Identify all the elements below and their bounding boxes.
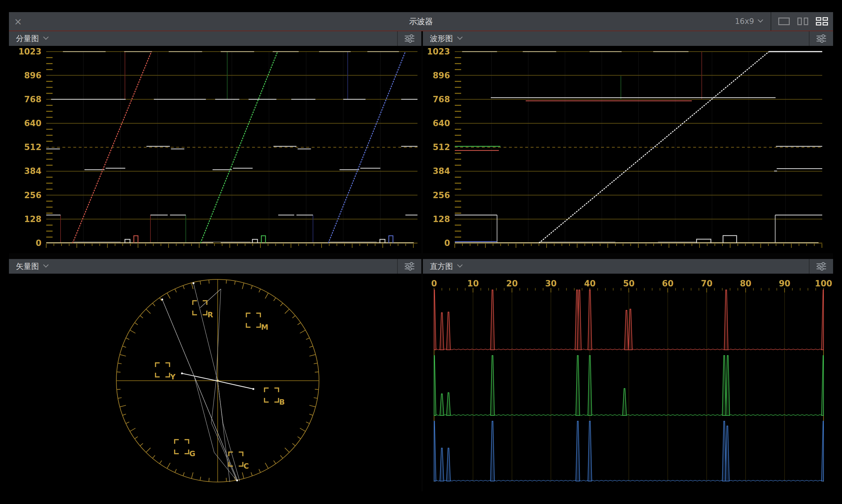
layout-switcher xyxy=(778,17,828,25)
close-icon[interactable]: × xyxy=(14,12,22,31)
vectorscope-tick xyxy=(265,463,268,468)
vectorscope-tick xyxy=(274,298,276,301)
waveform-scope-canvas: 10238967686405123842561280 xyxy=(423,46,833,253)
y-axis-label: 384 xyxy=(24,166,41,176)
vectorscope-tick xyxy=(300,330,305,333)
vectorscope-tick xyxy=(130,330,136,333)
y-axis-label: 640 xyxy=(24,119,41,128)
vectorscope-tick xyxy=(192,472,193,479)
vectorscope-tick xyxy=(209,280,209,284)
vectorscope-tick xyxy=(118,363,122,364)
parade-panel-title[interactable]: 分量图 xyxy=(16,33,39,44)
y-axis-label: 896 xyxy=(433,71,450,80)
histogram-canvas: 0102030405060708090100 xyxy=(423,274,833,491)
trace-endpoint-dot xyxy=(181,373,183,374)
scope-bump-trace xyxy=(723,236,737,243)
vectorscope-tick xyxy=(153,303,155,306)
scope-bump-trace xyxy=(261,236,266,243)
vectorscope-tick xyxy=(281,455,283,458)
vectorscope-tick xyxy=(118,398,122,398)
vectorscope-tick xyxy=(200,476,201,481)
vectorscope-tick xyxy=(135,437,138,439)
vectorscope-tick xyxy=(235,281,235,285)
vectorscope-tick xyxy=(259,289,261,292)
titlebar-controls: 16x9 xyxy=(735,12,828,31)
vectorscope-tick xyxy=(117,389,121,390)
vectorscope-target-label: R xyxy=(208,311,213,319)
vectorscope-canvas: RMYBGC xyxy=(9,274,421,491)
vectorscope-tick xyxy=(285,309,289,313)
vectorscope-tick xyxy=(135,323,138,325)
histogram-spike xyxy=(447,393,450,415)
vectorscope-tick xyxy=(140,444,143,446)
histogram-spike xyxy=(822,421,824,481)
histogram-x-label: 80 xyxy=(740,279,752,288)
vectorscope-target-label: G xyxy=(189,450,195,458)
vectorscope-tick xyxy=(122,346,126,347)
waveform-panel-title[interactable]: 波形图 xyxy=(430,33,453,44)
histogram-panel-title[interactable]: 直方图 xyxy=(430,261,453,271)
vectorscope-tick xyxy=(140,316,143,318)
titlebar: × 示波器 16x9 xyxy=(9,12,833,31)
scopes-screen: × 示波器 16x9 分量图 xyxy=(0,0,842,504)
vectorscope-tick xyxy=(146,309,150,313)
histogram-x-label: 100 xyxy=(815,279,832,288)
y-axis-label: 512 xyxy=(433,142,450,152)
y-axis-label: 768 xyxy=(433,95,450,104)
vectorscope-tick xyxy=(183,285,184,289)
vectorscope-tick xyxy=(209,478,209,482)
vectorscope-tick xyxy=(306,338,309,340)
vectorscope-target-label: M xyxy=(261,323,268,331)
parade-settings-button[interactable] xyxy=(398,31,421,46)
histogram-spike xyxy=(725,426,729,481)
vectorscope-tick xyxy=(315,372,319,372)
vectorscope-target-label: B xyxy=(279,398,285,406)
histogram-x-label: 30 xyxy=(545,279,557,288)
aspect-ratio-selector[interactable]: 16x9 xyxy=(735,17,762,26)
y-axis-label: 128 xyxy=(24,214,41,224)
vectorscope-tick xyxy=(122,414,126,415)
single-view-icon[interactable] xyxy=(778,18,790,25)
y-axis-label: 0 xyxy=(444,238,450,248)
histogram-spike xyxy=(490,421,494,481)
vectorscope-tick xyxy=(309,355,316,356)
scope-ramp-trace xyxy=(200,52,277,243)
scope-bump-trace xyxy=(134,236,138,243)
trace-endpoint-dot xyxy=(252,388,254,390)
y-axis-label: 512 xyxy=(24,142,41,152)
vectorscope-panel-title[interactable]: 矢量图 xyxy=(16,261,39,271)
vectorscope-tick xyxy=(153,455,155,458)
vectorscope-target-box xyxy=(193,301,207,315)
vectorscope-target-box xyxy=(175,440,189,454)
chevron-down-icon xyxy=(758,17,763,23)
vectorscope-tick xyxy=(226,478,227,482)
histogram-spike xyxy=(628,309,632,350)
histogram-spike xyxy=(440,312,444,350)
dual-view-icon[interactable] xyxy=(798,18,808,25)
waveform-settings-button[interactable] xyxy=(809,31,833,46)
y-axis-label: 0 xyxy=(36,238,41,248)
vectorscope-tick xyxy=(259,469,261,472)
histogram-settings-button[interactable] xyxy=(809,259,833,274)
chevron-down-icon xyxy=(43,262,49,268)
vectorscope-tick xyxy=(126,422,129,424)
settings-sliders-icon xyxy=(404,34,415,43)
vectorscope-panel-header: 矢量图 xyxy=(9,259,421,274)
y-axis-label: 1023 xyxy=(18,47,41,56)
histogram-x-label: 50 xyxy=(623,279,634,288)
vectorscope-target-label: C xyxy=(244,462,249,470)
titlebar-separator xyxy=(771,12,771,31)
vectorscope-tick xyxy=(309,346,313,347)
vectorscope-tick xyxy=(285,448,289,452)
y-axis-label: 256 xyxy=(24,191,41,200)
trace-endpoint-dot xyxy=(161,299,163,301)
histogram-x-label: 60 xyxy=(662,279,674,288)
quad-view-icon[interactable] xyxy=(816,17,828,25)
vectorscope-center-dot xyxy=(217,380,219,382)
histogram-x-label: 10 xyxy=(467,279,479,288)
histogram-x-label: 20 xyxy=(506,279,518,288)
chevron-down-icon xyxy=(457,34,463,40)
scope-ramp-trace xyxy=(539,52,769,243)
vectorscope-settings-button[interactable] xyxy=(398,259,421,274)
y-axis-label: 128 xyxy=(433,214,450,224)
